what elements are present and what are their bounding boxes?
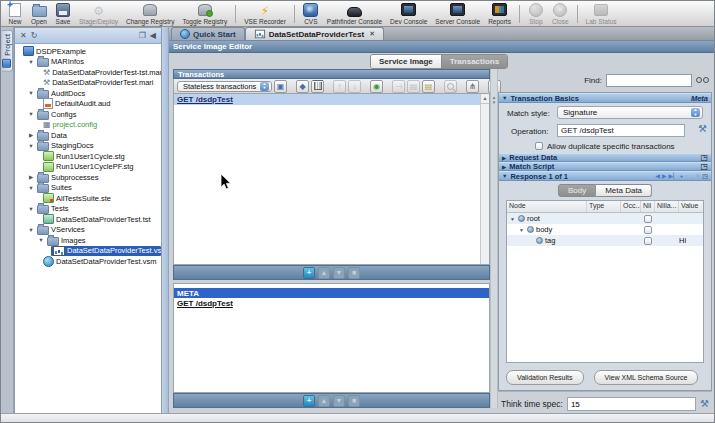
toolbar-vse-recorder[interactable]: VSE Recorder	[240, 1, 290, 26]
wrench-icon[interactable]: ⚒	[700, 399, 709, 409]
next-response-icon[interactable]: ▶	[662, 173, 667, 180]
tab-meta-data[interactable]: Meta Data	[596, 184, 652, 197]
view-xml-schema-button[interactable]: View XML Schema Source	[594, 370, 699, 385]
close-panel-icon[interactable]: ✕	[20, 32, 27, 40]
section-match-script[interactable]: ▶ Match Script ◳	[499, 162, 711, 171]
node-row-body[interactable]: ▼body	[507, 224, 703, 235]
new-transaction-button[interactable]: ◆	[296, 80, 309, 93]
tree-down-arrow-icon[interactable]: ▼	[27, 225, 35, 235]
expand-response-icon[interactable]: ◳	[702, 173, 708, 180]
tree-item-datasetdataprovidertest-vsm[interactable]: DataSetDataProviderTest.vsm	[15, 256, 161, 267]
delete-response-icon[interactable]: ✕	[695, 173, 700, 180]
node-expanded-arrow-icon[interactable]: ▼	[509, 216, 516, 222]
tree-right-arrow-icon[interactable]: ▶	[27, 172, 35, 182]
match-style-dropdown[interactable]: Signature ▴▾	[557, 106, 703, 119]
previous-response-icon[interactable]: ◀	[655, 173, 660, 180]
tree-view-button[interactable]: ⋔	[466, 80, 479, 93]
tree-down-arrow-icon[interactable]: ▼	[27, 183, 35, 193]
toolbar-save[interactable]: Save	[51, 1, 75, 26]
tree-item-datasetdataprovidertest-tst[interactable]: DataSetDataProviderTest.tst	[15, 214, 161, 225]
detach-panel-icon[interactable]: ❐	[139, 32, 146, 40]
project-tab[interactable]: Project	[2, 30, 13, 72]
tree-down-arrow-icon[interactable]: ▼	[27, 109, 35, 119]
tab-close-icon[interactable]: ✕	[369, 30, 375, 38]
view-transactions[interactable]: Transactions	[441, 55, 507, 68]
twist-icon[interactable]: ▼	[502, 173, 507, 179]
tree-right-arrow-icon[interactable]: ▶	[27, 130, 35, 140]
allow-duplicates-checkbox[interactable]	[535, 142, 543, 150]
node-row-root[interactable]: ▼root	[507, 213, 703, 224]
add-response-icon[interactable]: +	[680, 173, 684, 180]
tree-item-dsdpexample[interactable]: DSDPExample	[15, 46, 161, 57]
section-transaction-basics[interactable]: ▼ Transaction Basics Meta	[499, 93, 711, 103]
tree-item-alltestssuite-ste[interactable]: AllTestsSuite.ste	[15, 193, 161, 204]
toolbar-change-registry[interactable]: Change Registry	[122, 1, 178, 26]
paste-button[interactable]: ▤	[422, 80, 435, 93]
toolbar-reports[interactable]: Reports	[484, 1, 515, 26]
toolbar-pathfinder-console[interactable]: Pathfinder Console	[323, 1, 386, 26]
tree-item-subprocesses[interactable]: ▶Subprocesses	[15, 172, 161, 183]
tree-item-data[interactable]: ▶Data	[15, 130, 161, 141]
tree-item-stagingdocs[interactable]: ▼StagingDocs	[15, 141, 161, 152]
move-response-down-icon[interactable]: ↓	[690, 173, 693, 180]
expand-icon[interactable]: ◳	[700, 163, 708, 171]
think-time-input[interactable]	[567, 397, 696, 411]
tree-item-defaultaudit-aud[interactable]: DefaultAudit.aud	[15, 99, 161, 110]
toolbar-toggle-registry[interactable]: Toggle Registry	[178, 1, 231, 26]
node-expanded-arrow-icon[interactable]: ▼	[518, 227, 525, 233]
meta-link[interactable]: Meta	[691, 94, 708, 103]
twist-icon[interactable]: ▶	[502, 164, 506, 170]
validation-results-button[interactable]: Validation Results	[506, 370, 584, 385]
toolbar-new[interactable]: New	[3, 1, 27, 26]
transaction-list-scrollbar[interactable]: ▲	[480, 94, 489, 264]
twist-icon[interactable]: ▼	[502, 95, 507, 101]
transaction-add-button[interactable]: +	[303, 267, 315, 279]
toolbar-server-console[interactable]: Server Console	[431, 1, 484, 26]
delete-transaction-button[interactable]	[311, 80, 324, 93]
splitter-arrows-icon[interactable]: ▲▼	[491, 95, 497, 105]
panel-splitter[interactable]: ▲▼	[490, 69, 498, 408]
nil-checkbox[interactable]	[644, 226, 652, 234]
section-response[interactable]: ▼ Response 1 of 1 ◀▶▶▏+↑↓✕◳	[499, 171, 711, 181]
move-response-up-icon[interactable]: ↑	[685, 173, 688, 180]
specific-transaction-row[interactable]: META	[174, 288, 489, 298]
binoculars-icon[interactable]	[696, 77, 709, 85]
scroll-up-icon[interactable]: ▲	[481, 94, 489, 104]
last-response-icon[interactable]: ▶▏	[669, 173, 678, 180]
find-input[interactable]	[606, 74, 692, 87]
nil-checkbox[interactable]	[644, 237, 652, 245]
tree-item-tests[interactable]: ▼Tests	[15, 204, 161, 215]
record-button[interactable]: ◉	[370, 80, 383, 93]
operation-input[interactable]	[557, 124, 685, 137]
tree-item-suites[interactable]: ▼Suites	[15, 183, 161, 194]
expand-icon[interactable]: ◳	[700, 154, 708, 162]
node-row-tag[interactable]: tagHi	[507, 235, 703, 246]
toolbar-open[interactable]: Open	[27, 1, 51, 26]
image-info-button[interactable]: ▣	[274, 80, 287, 93]
tree-item-vservices[interactable]: ▼VServices	[15, 225, 161, 236]
section-request-data[interactable]: ▶ Request Data ◳	[499, 153, 711, 162]
tree-down-arrow-icon[interactable]: ▼	[37, 235, 45, 245]
tree-item-configs[interactable]: ▼Configs	[15, 109, 161, 120]
tree-item-run1user1cyclepf-stg[interactable]: Run1User1CyclePF.stg	[15, 162, 161, 173]
tree-item-datasetdataprovidertest-vsi[interactable]: DataSetDataProviderTest.vsi	[15, 246, 161, 257]
transaction-row[interactable]: GET /dsdpTest	[174, 94, 489, 105]
nil-checkbox[interactable]	[644, 215, 652, 223]
sidebar-splitter[interactable]	[162, 27, 169, 414]
tree-item-marinfos[interactable]: ▼MARInfos	[15, 57, 161, 68]
specific-transaction-row[interactable]: GET /dsdpTest	[174, 298, 489, 308]
tree-item-datasetdataprovidertest-tst-mari[interactable]: DataSetDataProviderTest-tst.mari	[15, 67, 161, 78]
tree-item-run1user1cycle-stg[interactable]: Run1User1Cycle.stg	[15, 151, 161, 162]
tree-item-images[interactable]: ▼Images	[15, 235, 161, 246]
view-service-image[interactable]: Service Image	[371, 55, 441, 68]
tab-quick-start[interactable]: Quick Start	[171, 27, 245, 40]
tree-item-project-config[interactable]: project.config	[15, 120, 161, 131]
tree-item-datasetdataprovidertest-mari[interactable]: DataSetDataProviderTest.mari	[15, 78, 161, 89]
tree-down-arrow-icon[interactable]: ▼	[27, 141, 35, 151]
toolbar-dev-console[interactable]: Dev Console	[386, 1, 431, 26]
tab-body[interactable]: Body	[558, 184, 596, 197]
specific-transaction-add-button[interactable]: +	[303, 395, 315, 407]
twist-icon[interactable]: ▶	[502, 155, 506, 161]
tree-down-arrow-icon[interactable]: ▼	[27, 57, 35, 67]
wrench-icon[interactable]: ⚒	[698, 124, 707, 134]
